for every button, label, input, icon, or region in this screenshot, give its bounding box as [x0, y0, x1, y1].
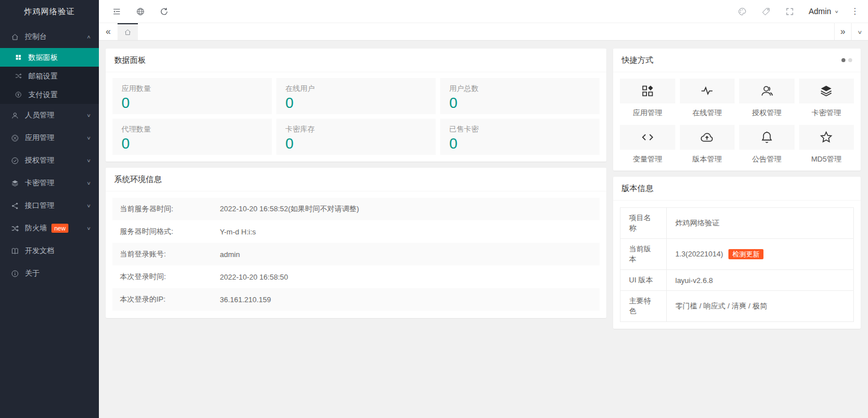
tabs-dropdown-button[interactable]: ∨ [851, 23, 868, 40]
tag-icon[interactable] [754, 0, 778, 23]
shortcuts-grid: 应用管理 在线管理 [613, 72, 861, 171]
left-column: 数据面板 应用数量 0 在线用户 0 [106, 49, 606, 418]
info-label: 本次登录时间: [112, 272, 220, 282]
shortcut-version-management[interactable]: 版本管理 [680, 125, 735, 164]
stat-label: 代理数量 [121, 124, 263, 134]
info-label: 当前服务器时间: [112, 204, 220, 214]
sidebar-item-label: 数据面板 [28, 53, 58, 63]
shortcut-label: 变量管理 [620, 154, 675, 164]
more-vertical-icon[interactable]: ⋮ [845, 0, 865, 23]
carousel-dot-active[interactable] [841, 58, 845, 62]
card-title: 版本信息 [622, 184, 653, 194]
globe-icon[interactable] [128, 0, 152, 23]
stat-value: 0 [121, 94, 263, 112]
version-label: 主要特色 [620, 291, 667, 322]
shortcut-label: 版本管理 [680, 154, 735, 164]
sidebar-item-email-settings[interactable]: 邮箱设置 [0, 67, 99, 85]
info-row: 服务器时间格式: Y-m-d H:i:s [112, 220, 600, 243]
sidebar-item-label: 应用管理 [25, 133, 54, 143]
tabs-scroll-left-button[interactable]: « [99, 23, 118, 40]
theme-palette-icon[interactable] [731, 0, 754, 23]
fullscreen-icon[interactable] [778, 0, 802, 23]
shortcut-announcement-management[interactable]: 公告管理 [739, 125, 795, 164]
sidebar-item-label: 邮箱设置 [28, 71, 58, 81]
component-grid-icon [620, 79, 675, 103]
layers-icon [799, 79, 854, 103]
user-menu[interactable]: Admin ∨ [802, 0, 845, 23]
chevron-icon: ∨ [86, 112, 91, 118]
card-header: 数据面板 [106, 49, 606, 72]
new-badge: new [51, 224, 68, 233]
shortcut-auth-management[interactable]: 授权管理 [739, 79, 795, 118]
info-value: 2022-10-20 16:58:52(如果时间不对请调整) [220, 204, 359, 214]
stat-label: 应用数量 [121, 84, 263, 94]
info-row: 当前登录账号: admin [112, 243, 600, 265]
stat-value: 0 [285, 135, 427, 153]
home-icon [10, 32, 19, 41]
home-icon [124, 28, 132, 36]
sidebar-item-payment-settings[interactable]: 支付设置 [0, 85, 99, 104]
stat-label: 在线用户 [285, 84, 427, 94]
stat-label: 卡密库存 [285, 124, 427, 134]
info-row: 当前服务器时间: 2022-10-20 16:58:52(如果时间不对请调整) [112, 198, 600, 220]
chevron-icon: ∨ [86, 203, 91, 208]
sidebar-item-personnel[interactable]: 人员管理 ∨ [0, 104, 99, 127]
info-value: 2022-10-20 16:58:50 [220, 273, 288, 281]
stats-grid: 应用数量 0 在线用户 0 用户总数 0 [106, 72, 606, 162]
sidebar-item-about[interactable]: 关于 [0, 262, 99, 285]
stat-card: 卡密库存 0 [276, 119, 436, 155]
shortcut-label: 在线管理 [680, 108, 735, 118]
shortcut-md5-management[interactable]: MD5管理 [799, 125, 854, 164]
tabbar-spacer [138, 23, 834, 40]
top-toolbar: Admin ∨ ⋮ [99, 0, 868, 23]
sidebar-item-label: 授权管理 [25, 155, 54, 166]
book-icon [10, 246, 19, 255]
sidebar-item-auth-management[interactable]: 授权管理 ∨ [0, 149, 99, 172]
card-title: 快捷方式 [622, 55, 653, 66]
version-value: 1.3(20221014) [675, 250, 723, 258]
tabs-scroll-right-button[interactable]: » [834, 23, 851, 40]
shortcut-variable-management[interactable]: 变量管理 [620, 125, 675, 164]
tab-bar: « » ∨ [99, 23, 868, 41]
sidebar-item-app-management[interactable]: 应用管理 ∨ [0, 127, 99, 149]
page-content: 数据面板 应用数量 0 在线用户 0 [99, 41, 868, 418]
version-value: layui-v2.6.8 [675, 276, 713, 285]
sidebar-item-label: 支付设置 [28, 90, 58, 100]
shortcut-online-management[interactable]: 在线管理 [680, 79, 735, 118]
carousel-dot[interactable] [848, 58, 852, 62]
app-title: 炸鸡网络验证 [0, 0, 99, 23]
shuffle-arrows-icon [14, 72, 23, 81]
system-info-rows: 当前服务器时间: 2022-10-20 16:58:52(如果时间不对请调整) … [106, 191, 606, 318]
user-name: Admin [809, 7, 831, 16]
sidebar-item-card-management[interactable]: 卡密管理 ∨ [0, 172, 99, 194]
star-icon [799, 125, 854, 150]
shortcut-app-management[interactable]: 应用管理 [620, 79, 675, 118]
version-row: UI 版本 layui-v2.6.8 [620, 270, 854, 291]
sidebar-item-data-panel[interactable]: 数据面板 [0, 48, 99, 67]
sidebar-item-dev-docs[interactable]: 开发文档 [0, 240, 99, 262]
shortcut-card-management[interactable]: 卡密管理 [799, 79, 854, 118]
check-update-button[interactable]: 检测更新 [728, 249, 763, 259]
stat-value: 0 [285, 94, 427, 112]
shortcut-label: 应用管理 [620, 108, 675, 118]
stat-label: 已售卡密 [449, 124, 591, 134]
share-icon [10, 201, 19, 210]
sidebar-item-firewall[interactable]: 防火墙 new ∨ [0, 217, 99, 240]
sidebar-item-label: 接口管理 [25, 201, 54, 211]
yen-circle-icon [14, 90, 23, 99]
sidebar-item-console[interactable]: 控制台 ∧ [0, 25, 99, 48]
refresh-icon[interactable] [152, 0, 176, 23]
menu-fold-icon[interactable] [105, 0, 128, 23]
version-value: 零门槛 / 响应式 / 清爽 / 极简 [675, 302, 767, 310]
main-area: Admin ∨ ⋮ « » ∨ 数据面板 [99, 0, 868, 418]
info-label: 本次登录的IP: [112, 294, 220, 304]
version-label: 项目名称 [620, 208, 667, 239]
chevron-down-icon: ∨ [857, 29, 863, 35]
data-panel-card: 数据面板 应用数量 0 在线用户 0 [106, 49, 606, 162]
stat-value: 0 [449, 135, 591, 153]
card-title: 系统环境信息 [114, 175, 162, 185]
tab-home[interactable] [118, 23, 138, 40]
circle-cross-icon [10, 133, 19, 142]
right-column: 快捷方式 应用管理 [613, 49, 861, 418]
sidebar-item-api-management[interactable]: 接口管理 ∨ [0, 194, 99, 217]
